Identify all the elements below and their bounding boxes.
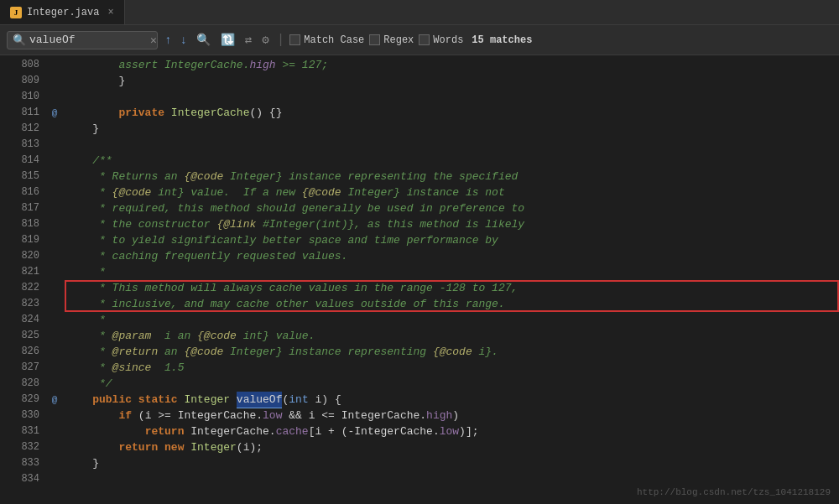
code-line-815: * Returns an {@code Integer} instance re… <box>66 169 839 184</box>
code-line-833: } <box>66 455 839 471</box>
gutter-mark-810 <box>46 89 63 105</box>
gutter-mark-834 <box>46 471 63 487</box>
gutter-mark-830 <box>46 408 63 423</box>
code-line-810 <box>66 89 839 105</box>
words-option[interactable]: Words <box>419 34 463 46</box>
replace-all-button[interactable]: ⇄ <box>242 33 254 47</box>
regex-option[interactable]: Regex <box>369 34 414 46</box>
match-case-checkbox[interactable] <box>289 34 300 45</box>
code-line-830: if (i >= IntegerCache.low && i <= Intege… <box>66 408 839 423</box>
gutter-mark-827 <box>46 360 63 376</box>
replace-button[interactable]: 🔃 <box>218 33 237 47</box>
gutter-mark-808 <box>46 57 63 73</box>
find-all-button[interactable]: 🔍 <box>194 33 213 47</box>
gutter-mark-809 <box>46 73 63 89</box>
code-line-818: * the constructor {@link #Integer(int)},… <box>66 216 839 232</box>
gutter-mark-828 <box>46 376 63 392</box>
tab-bar: J Integer.java × <box>0 0 839 25</box>
gutter-mark-832 <box>46 439 63 455</box>
search-input-wrapper: 🔍 ✕ <box>7 31 158 49</box>
code-line-813 <box>66 137 839 153</box>
match-count: 15 matches <box>472 34 532 46</box>
code-line-829: public static Integer valueOf(int i) { <box>66 392 839 408</box>
code-line-811: private IntegerCache() {} <box>66 105 839 121</box>
words-checkbox[interactable] <box>419 34 430 45</box>
match-case-label: Match Case <box>304 34 364 46</box>
code-line-824: * <box>66 312 839 328</box>
gutter-mark-813 <box>46 137 63 153</box>
line-numbers: 808 809 810 811 812 813 814 815 816 817 … <box>0 55 46 504</box>
code-line-832: return new Integer(i); <box>66 439 839 455</box>
regex-checkbox[interactable] <box>369 34 380 45</box>
code-line-809: } <box>66 73 839 89</box>
match-case-option[interactable]: Match Case <box>289 34 364 46</box>
code-line-821: * <box>66 264 839 280</box>
code-line-826: * @return an {@code Integer} instance re… <box>66 344 839 360</box>
gutter-mark-822 <box>46 280 63 296</box>
regex-label: Regex <box>383 34 414 46</box>
gutter-mark-825 <box>46 328 63 344</box>
code-line-817: * required, this method should generally… <box>66 200 839 216</box>
gutter-mark-814 <box>46 153 63 169</box>
prev-match-button[interactable]: ↑ <box>163 34 173 47</box>
file-tab[interactable]: J Integer.java × <box>0 0 125 24</box>
tab-close-button[interactable]: × <box>107 7 113 18</box>
gutter: @ @ <box>46 55 63 504</box>
gutter-mark-811: @ <box>46 105 63 121</box>
gutter-mark-815 <box>46 169 63 184</box>
gutter-mark-831 <box>46 423 63 439</box>
search-input[interactable] <box>29 34 147 46</box>
code-line-822: * This method will always cache values i… <box>66 280 839 296</box>
code-line-814: /** <box>66 153 839 169</box>
gutter-mark-819 <box>46 232 63 248</box>
next-match-button[interactable]: ↓ <box>178 34 188 47</box>
gutter-mark-812 <box>46 121 63 137</box>
gutter-mark-826 <box>46 344 63 360</box>
gutter-mark-833 <box>46 455 63 471</box>
clear-search-button[interactable]: ✕ <box>150 34 157 47</box>
code-line-831: return IntegerCache.cache[i + (-IntegerC… <box>66 423 839 439</box>
search-icon: 🔍 <box>13 34 26 47</box>
gutter-mark-817 <box>46 200 63 216</box>
gutter-mark-816 <box>46 184 63 200</box>
gutter-mark-820 <box>46 248 63 264</box>
code-line-825: * @param i an {@code int} value. <box>66 328 839 344</box>
tab-label: Integer.java <box>27 7 99 18</box>
code-line-827: * @since 1.5 <box>66 360 839 376</box>
gutter-mark-829: @ <box>46 392 63 408</box>
code-line-816: * {@code int} value. If a new {@code Int… <box>66 184 839 200</box>
search-bar: 🔍 ✕ ↑ ↓ 🔍 🔃 ⇄ ⚙ | Match Case Regex Words… <box>0 25 839 55</box>
settings-button[interactable]: ⚙ <box>259 33 271 47</box>
code-line-823: * inclusive, and may cache other values … <box>66 296 839 312</box>
gutter-mark-818 <box>46 216 63 232</box>
gutter-mark-823 <box>46 296 63 312</box>
gutter-mark-824 <box>46 312 63 328</box>
url-watermark: http://blog.csdn.net/tzs_1041218129 <box>637 485 831 501</box>
java-file-icon: J <box>10 7 22 18</box>
words-label: Words <box>433 34 463 46</box>
code-line-819: * to yield significantly better space an… <box>66 232 839 248</box>
code-content[interactable]: assert IntegerCache.high >= 127; } priva… <box>63 55 839 504</box>
code-line-828: */ <box>66 376 839 392</box>
code-line-820: * caching frequently requested values. <box>66 248 839 264</box>
code-line-812: } <box>66 121 839 137</box>
code-line-808: assert IntegerCache.high >= 127; <box>66 57 839 73</box>
code-area: 808 809 810 811 812 813 814 815 816 817 … <box>0 55 839 504</box>
gutter-mark-821 <box>46 264 63 280</box>
separator: | <box>277 33 285 48</box>
